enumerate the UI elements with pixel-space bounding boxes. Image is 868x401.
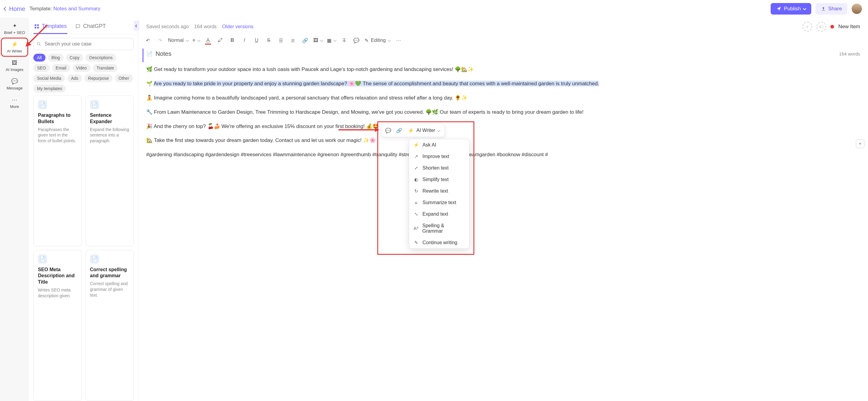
tab-templates[interactable]: Templates xyxy=(33,21,67,34)
bold-button[interactable]: B xyxy=(228,36,236,44)
paragraph[interactable]: 🌿 Get ready to transform your outdoor sp… xyxy=(146,65,860,74)
bolt-icon: ⚡ xyxy=(408,128,414,133)
ai-improve[interactable]: ↗Improve text xyxy=(409,151,469,162)
chevron-left-icon xyxy=(4,7,8,11)
template-name-link[interactable]: Notes and Summary xyxy=(53,6,100,11)
number-list-button[interactable]: ≣ xyxy=(289,36,297,44)
bullet-list-button[interactable]: ☰ xyxy=(277,36,285,44)
search-input[interactable] xyxy=(33,38,134,50)
svg-rect-2 xyxy=(35,27,36,28)
template-card[interactable]: 📄Sentence ExpanderExpand the following s… xyxy=(86,96,134,246)
abc-icon: Aᵇ xyxy=(413,226,419,231)
tab-chatgpt[interactable]: ChatGPT xyxy=(74,21,106,34)
link-button[interactable]: 🔗 xyxy=(301,36,309,44)
ai-expand[interactable]: ⤡Expand text xyxy=(409,208,469,220)
pill-my-templates[interactable]: My templates xyxy=(33,85,66,93)
pill-translate[interactable]: Translate xyxy=(93,64,118,72)
clear-format-button[interactable]: T̶ xyxy=(340,36,348,44)
table-button[interactable]: ▦ xyxy=(327,38,336,43)
ai-simplify[interactable]: ◐Simplify text xyxy=(409,174,469,185)
saved-status: Saved seconds ago xyxy=(146,24,189,29)
align-select[interactable]: ≡ xyxy=(193,38,200,43)
template-search xyxy=(33,38,134,50)
arrow-up-icon: ↗ xyxy=(413,154,419,159)
template-card[interactable]: 📄Correct spelling and grammarCorrect spe… xyxy=(86,250,134,401)
word-count: 164 words xyxy=(839,51,860,56)
home-button[interactable]: Home xyxy=(4,5,25,12)
insert-link-button[interactable]: 🔗 xyxy=(395,126,404,135)
avatar[interactable] xyxy=(851,4,862,14)
pill-video[interactable]: Video xyxy=(72,64,91,72)
ai-spelling[interactable]: AᵇSpelling & Grammar xyxy=(409,220,469,237)
rail-more[interactable]: ⋯More xyxy=(2,94,27,111)
chevron-down-icon xyxy=(437,129,440,132)
ai-summarize[interactable]: ≡Summarize text xyxy=(409,197,469,208)
template-breadcrumb: Template: Notes and Summary xyxy=(29,6,100,12)
editor-header: Saved seconds ago 164 words Older versio… xyxy=(138,18,868,35)
pill-copy[interactable]: Copy xyxy=(66,54,84,62)
paragraph[interactable]: 🏡 Take the first step towards your dream… xyxy=(146,136,860,145)
image-icon: 🖼 xyxy=(11,59,18,66)
selected-text[interactable]: Are you ready to take pride in your prop… xyxy=(154,81,599,87)
rail-ai-images[interactable]: 🖼AI Images xyxy=(2,57,27,74)
older-versions-link[interactable]: Older versions xyxy=(222,24,253,29)
publish-button[interactable]: Publish xyxy=(771,3,811,14)
refresh-icon: ↻ xyxy=(413,188,419,194)
more-toolbar-button[interactable]: ⋯ xyxy=(395,36,402,44)
ai-writer-dropdown-button[interactable]: ⚡ AI Writer xyxy=(405,128,442,133)
style-select[interactable]: Normal xyxy=(168,38,188,43)
pill-other[interactable]: Other xyxy=(115,74,133,82)
svg-point-4 xyxy=(37,42,40,45)
pill-email[interactable]: Email xyxy=(52,64,70,72)
paragraph[interactable]: 🧘 Imagine coming home to a beautifully l… xyxy=(146,94,860,102)
ai-shorten[interactable]: ⤢Shorten text xyxy=(409,162,469,174)
ai-ask[interactable]: ⚡Ask AI xyxy=(409,139,469,151)
ai-rewrite[interactable]: ↻Rewrite text xyxy=(409,185,469,197)
paragraph[interactable]: 🔧 From Lawn Maintenance to Garden Design… xyxy=(146,108,860,117)
paragraph[interactable]: 🎉 And the cherry on top? 🍒🍰 We're offeri… xyxy=(146,122,860,131)
add-tag-button[interactable]: 🏷 xyxy=(816,22,826,32)
chevron-left-icon xyxy=(135,24,138,27)
filter-pills: All Blog Copy Descriptions SEO Email Vid… xyxy=(29,54,138,96)
share-button[interactable]: Share xyxy=(815,3,847,14)
template-card[interactable]: 📄Paragraphs to BulletsParaphrases the gi… xyxy=(33,96,82,246)
pill-all[interactable]: All xyxy=(33,54,45,62)
redo-button[interactable]: ↷ xyxy=(156,36,164,44)
pill-ads[interactable]: Ads xyxy=(67,74,82,82)
document-body[interactable]: 📄 Notes 164 words 🌿 Get ready to transfo… xyxy=(138,49,868,401)
template-card[interactable]: 📄SEO Meta Description and TitleWrites SE… xyxy=(33,250,82,401)
pill-descriptions[interactable]: Descriptions xyxy=(86,54,116,62)
font-color-button[interactable]: A xyxy=(204,36,212,44)
comment-button[interactable]: 💬 xyxy=(352,36,360,44)
underline-button[interactable]: U xyxy=(253,36,260,44)
pill-seo[interactable]: SEO xyxy=(33,64,50,72)
pill-repurpose[interactable]: Repurpose xyxy=(84,74,113,82)
collapse-sidepanel-button[interactable] xyxy=(134,21,139,31)
image-button[interactable]: 🖼 xyxy=(313,38,323,43)
bolt-icon: ⚡ xyxy=(11,41,18,48)
bolt-icon: ⚡ xyxy=(413,142,419,148)
paragraph[interactable]: 🌱 Are you ready to take pride in your pr… xyxy=(146,80,860,88)
add-block-button[interactable]: + xyxy=(856,140,864,148)
status-label[interactable]: New Item xyxy=(838,24,860,30)
search-icon xyxy=(36,41,41,47)
svg-rect-0 xyxy=(35,24,36,26)
undo-button[interactable]: ↶ xyxy=(144,36,152,44)
highlight-button[interactable]: 🖍 xyxy=(216,36,224,44)
italic-button[interactable]: I xyxy=(241,36,248,44)
target-icon: ✦ xyxy=(11,23,18,29)
rail-brief-seo[interactable]: ✦Brief + SEO xyxy=(2,20,27,37)
pill-blog[interactable]: Blog xyxy=(48,54,64,62)
rail-message[interactable]: 💬Message xyxy=(2,75,27,93)
home-label: Home xyxy=(9,5,25,12)
rail-ai-writer[interactable]: ⚡AI Writer xyxy=(2,38,27,56)
paragraph[interactable]: #gardening #landscaping #gardendesign #t… xyxy=(146,150,860,159)
add-user-button[interactable]: + xyxy=(803,22,812,32)
dots-icon: ⋯ xyxy=(11,96,18,103)
doc-title[interactable]: Notes xyxy=(156,50,172,57)
strike-button[interactable]: S xyxy=(265,36,273,44)
add-comment-button[interactable]: 💬 xyxy=(384,126,393,135)
mode-select[interactable]: ✎ Editing xyxy=(365,38,390,43)
ai-continue[interactable]: ✎Continue writing xyxy=(409,237,469,248)
pill-social-media[interactable]: Social Media xyxy=(33,74,65,82)
